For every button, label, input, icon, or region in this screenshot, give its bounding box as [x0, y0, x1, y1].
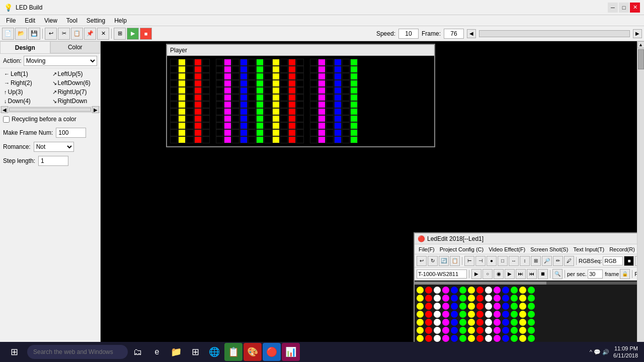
le-btn-2[interactable]: ↻: [428, 256, 438, 266]
grid-button[interactable]: ⊞: [114, 28, 126, 40]
direction-leftup[interactable]: ↗ LeftUp(5): [50, 69, 99, 78]
frame-label: Frame:: [422, 30, 441, 37]
stop-button[interactable]: ■: [140, 28, 152, 40]
make-frame-input[interactable]: [56, 128, 86, 138]
minimize-button[interactable]: ─: [608, 3, 618, 13]
le-play-btn1[interactable]: ▶: [471, 269, 481, 279]
le-btn-1[interactable]: ↩: [417, 256, 427, 266]
recycling-checkbox[interactable]: [3, 116, 10, 123]
le-btn-10[interactable]: ↕: [520, 256, 530, 266]
menu-help[interactable]: Help: [110, 16, 131, 25]
scroll-thumb[interactable]: [638, 49, 644, 69]
direction-right[interactable]: → Right(2): [2, 78, 50, 87]
maximize-button[interactable]: □: [619, 3, 629, 13]
step-length-label: Step length:: [3, 157, 35, 164]
taskbar-multitask[interactable]: 🗂: [129, 343, 147, 361]
romance-select[interactable]: Not Option1 Option2: [34, 142, 74, 152]
le-btn-8[interactable]: □: [498, 256, 508, 266]
taskbar-store[interactable]: ⊞: [186, 343, 204, 361]
frame-scrollbar[interactable]: [479, 30, 630, 37]
scroll-up-button[interactable]: ▲: [637, 41, 645, 48]
menu-view[interactable]: View: [40, 16, 61, 25]
le-btn-9[interactable]: ↔: [509, 256, 519, 266]
prev-frame-button[interactable]: ◀: [467, 29, 476, 38]
le-menu-video[interactable]: Video Effect(F): [487, 246, 527, 253]
led-col-green1: [256, 59, 264, 143]
taskbar-app2[interactable]: 🎨: [244, 343, 262, 361]
le-play-btn3[interactable]: ◉: [494, 269, 504, 279]
frame-input[interactable]: [444, 29, 464, 39]
le-menu-screenshot[interactable]: Screen Shot(S): [528, 246, 570, 253]
direction-rightup[interactable]: ↗ RightUp(7): [50, 87, 99, 97]
direction-leftdown[interactable]: ↘ LeftDown(6): [50, 78, 99, 87]
le-play-btn7[interactable]: ⏹: [538, 269, 548, 279]
taskbar-edge[interactable]: e: [148, 343, 166, 361]
action-select[interactable]: Moving: [24, 56, 97, 66]
le-play-btn5[interactable]: ⏭: [516, 269, 526, 279]
le-rgb-input[interactable]: [603, 256, 623, 265]
panel-scrollbar[interactable]: ◀ ▶: [0, 107, 100, 113]
le-device-input[interactable]: [417, 269, 467, 279]
new-button[interactable]: 📄: [2, 28, 14, 40]
menu-edit[interactable]: Edit: [21, 16, 39, 25]
le-menu-text[interactable]: Text Input(T): [571, 246, 606, 253]
le-btn-4[interactable]: 📋: [450, 256, 460, 266]
paste-button[interactable]: 📌: [84, 28, 96, 40]
open-button[interactable]: 📂: [15, 28, 27, 40]
direction-down[interactable]: ↓ Down(4): [2, 97, 50, 106]
close-button[interactable]: ✕: [630, 3, 640, 13]
le-btn-13[interactable]: ✏: [553, 256, 563, 266]
copy-button[interactable]: 📋: [71, 28, 83, 40]
cut-button[interactable]: ✂: [58, 28, 70, 40]
play-button[interactable]: ▶: [127, 28, 139, 40]
menu-tool[interactable]: Tool: [62, 16, 82, 25]
tab-design[interactable]: Design: [0, 41, 50, 53]
taskbar-app3[interactable]: 🔴: [263, 343, 281, 361]
le-play-btn4[interactable]: ▶: [505, 269, 515, 279]
le-btn-11[interactable]: ⊞: [531, 256, 541, 266]
le-rgb-copy[interactable]: 📄: [635, 256, 637, 266]
le-play-btn2[interactable]: ○: [482, 269, 493, 279]
delete-button[interactable]: ✕: [97, 28, 109, 40]
scroll-right-button[interactable]: ▶: [92, 106, 99, 113]
next-frame-button[interactable]: ▶: [633, 29, 642, 38]
save-button[interactable]: 💾: [28, 28, 40, 40]
le-frame-lock[interactable]: 🔒: [620, 269, 630, 279]
right-arrow-icon: →: [4, 80, 10, 86]
le-btn-5[interactable]: ⊢: [464, 256, 474, 266]
le-btn-6[interactable]: ⊣: [475, 256, 486, 266]
le-btn-7[interactable]: ●: [487, 256, 497, 266]
lededit-menubar: File(F) Project Config (C) Video Effect(…: [415, 244, 637, 254]
lededit-toolbar2: ▶ ○ ◉ ▶ ⏭ ⏮ ⏹ 🔍 per sec. frame 🔒 Prog: 1…: [415, 267, 637, 281]
start-button[interactable]: ⊞: [2, 343, 26, 361]
right-scrollbar[interactable]: ▲: [637, 41, 644, 351]
tab-color[interactable]: Color: [50, 41, 101, 53]
le-zoom-btn[interactable]: 🔍: [552, 269, 562, 279]
taskbar-app1[interactable]: 📋: [224, 343, 243, 361]
undo-button[interactable]: ↩: [45, 28, 57, 40]
direction-rightdown[interactable]: ↘ RightDown: [50, 97, 99, 106]
menu-file[interactable]: File: [2, 16, 20, 25]
le-rgb-black[interactable]: ■: [624, 256, 634, 266]
taskbar-search[interactable]: [27, 345, 128, 359]
scroll-track[interactable]: [9, 108, 91, 112]
le-play-btn6[interactable]: ⏮: [527, 269, 537, 279]
taskbar-chrome[interactable]: 🌐: [205, 343, 223, 361]
scroll-left-button[interactable]: ◀: [1, 106, 8, 113]
le-btn-14[interactable]: 🖊: [564, 256, 574, 266]
menu-setting[interactable]: Setting: [83, 16, 109, 25]
rightup-arrow-icon: ↗: [52, 89, 57, 96]
le-menu-file[interactable]: File(F): [417, 246, 437, 253]
speed-input[interactable]: [398, 29, 419, 39]
le-menu-project[interactable]: Project Config (C): [438, 246, 486, 253]
direction-up[interactable]: ↑ Up(3): [2, 87, 50, 97]
taskbar-explorer[interactable]: 📁: [167, 343, 185, 361]
taskbar-app4[interactable]: 📊: [282, 343, 300, 361]
le-btn-3[interactable]: 🔄: [439, 256, 449, 266]
step-length-input[interactable]: [38, 156, 68, 166]
le-menu-record[interactable]: Record(R): [607, 246, 637, 253]
le-persec-input[interactable]: [588, 269, 603, 279]
direction-left[interactable]: ← Left(1): [2, 69, 50, 78]
le-btn-12[interactable]: 🔎: [542, 256, 552, 266]
main-toolbar: 📄 📂 💾 ↩ ✂ 📋 📌 ✕ ⊞ ▶ ■ Speed: Frame: ◀ ▶: [0, 26, 644, 41]
